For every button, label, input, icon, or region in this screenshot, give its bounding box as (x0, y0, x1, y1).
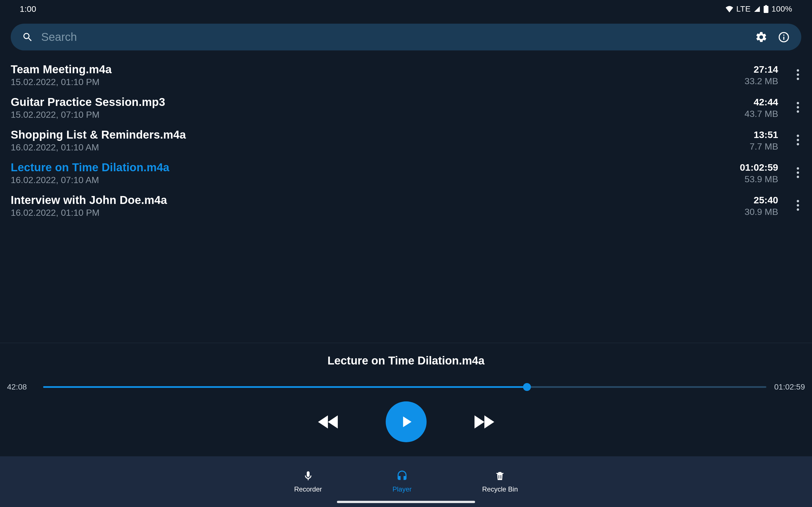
recording-date: 15.02.2022, 01:10 PM (11, 77, 739, 87)
recording-title: Guitar Practice Session.mp3 (11, 96, 739, 108)
svg-point-2 (797, 78, 799, 80)
play-button[interactable] (386, 401, 426, 442)
svg-point-13 (797, 204, 799, 207)
home-indicator[interactable] (337, 501, 475, 503)
progress-fill (43, 386, 527, 388)
recording-title: Interview with John Doe.m4a (11, 194, 739, 207)
svg-point-14 (797, 209, 799, 211)
nav-recycle-label: Recycle Bin (482, 485, 518, 493)
nav-player-label: Player (393, 485, 412, 493)
recording-duration: 25:40 (745, 194, 778, 206)
rewind-button[interactable] (318, 415, 338, 429)
recording-size: 30.9 MB (745, 207, 778, 217)
nav-recycle[interactable]: Recycle Bin (482, 470, 518, 493)
progress-row: 42:08 01:02:59 (7, 383, 805, 392)
settings-icon[interactable] (755, 31, 767, 43)
svg-point-0 (797, 69, 799, 71)
svg-point-12 (797, 200, 799, 202)
forward-button[interactable] (474, 415, 494, 429)
recording-size: 7.7 MB (750, 142, 778, 152)
svg-point-8 (797, 143, 799, 145)
search-placeholder: Search (41, 31, 747, 43)
player-track-title: Lecture on Time Dilation.m4a (7, 354, 805, 367)
more-button[interactable] (791, 102, 805, 114)
wifi-icon (725, 6, 733, 12)
recordings-list: Team Meeting.m4a 15.02.2022, 01:10 PM 27… (0, 59, 812, 222)
recording-item[interactable]: Shopping List & Reminders.m4a 16.02.2022… (0, 124, 812, 157)
progress-track[interactable] (43, 386, 766, 388)
more-button[interactable] (791, 69, 805, 81)
status-time: 1:00 (20, 4, 36, 14)
recording-title: Lecture on Time Dilation.m4a (11, 161, 734, 174)
recording-date: 16.02.2022, 01:10 PM (11, 208, 739, 218)
recording-date: 15.02.2022, 07:10 PM (11, 110, 739, 120)
recording-date: 16.02.2022, 07:10 AM (11, 175, 734, 185)
total-time: 01:02:59 (774, 383, 805, 392)
svg-point-5 (797, 110, 799, 113)
bottom-nav: Recorder Player Recycle Bin (0, 456, 812, 507)
svg-point-6 (797, 135, 799, 137)
player-controls (7, 401, 805, 442)
recording-item[interactable]: Lecture on Time Dilation.m4a 16.02.2022,… (0, 157, 812, 189)
signal-icon (753, 6, 761, 12)
more-button[interactable] (791, 200, 805, 212)
recording-item[interactable]: Team Meeting.m4a 15.02.2022, 01:10 PM 27… (0, 59, 812, 92)
recording-size: 43.7 MB (745, 109, 778, 119)
battery-icon (763, 5, 769, 13)
recording-duration: 27:14 (745, 64, 778, 75)
headphones-icon (396, 470, 408, 484)
progress-thumb[interactable] (523, 383, 531, 391)
trash-icon (495, 470, 505, 484)
search-icon (22, 32, 33, 43)
more-button[interactable] (791, 134, 805, 147)
recording-duration: 13:51 (750, 129, 778, 140)
more-button[interactable] (791, 167, 805, 179)
svg-point-9 (797, 167, 799, 170)
recording-size: 33.2 MB (745, 76, 778, 87)
status-battery: 100% (771, 4, 792, 13)
status-right: LTE 100% (725, 4, 792, 13)
recording-duration: 42:44 (745, 97, 778, 108)
svg-point-7 (797, 139, 799, 141)
svg-point-10 (797, 172, 799, 174)
status-network: LTE (737, 4, 751, 13)
recording-title: Shopping List & Reminders.m4a (11, 128, 744, 141)
search-bar[interactable]: Search (11, 24, 801, 50)
svg-point-11 (797, 176, 799, 178)
info-icon[interactable] (777, 31, 790, 43)
recording-item[interactable]: Guitar Practice Session.mp3 15.02.2022, … (0, 92, 812, 124)
player-panel: Lecture on Time Dilation.m4a 42:08 01:02… (0, 343, 812, 456)
recording-size: 53.9 MB (740, 174, 778, 184)
recording-duration: 01:02:59 (740, 162, 778, 173)
nav-player[interactable]: Player (393, 470, 412, 493)
nav-recorder[interactable]: Recorder (294, 470, 322, 493)
recording-item[interactable]: Interview with John Doe.m4a 16.02.2022, … (0, 189, 812, 222)
elapsed-time: 42:08 (7, 383, 35, 392)
recording-title: Team Meeting.m4a (11, 63, 739, 76)
recording-date: 16.02.2022, 01:10 AM (11, 142, 744, 153)
svg-point-4 (797, 106, 799, 108)
svg-point-3 (797, 102, 799, 104)
nav-recorder-label: Recorder (294, 485, 322, 493)
mic-icon (303, 470, 314, 484)
status-bar: 1:00 LTE 100% (0, 0, 812, 18)
svg-point-1 (797, 73, 799, 76)
